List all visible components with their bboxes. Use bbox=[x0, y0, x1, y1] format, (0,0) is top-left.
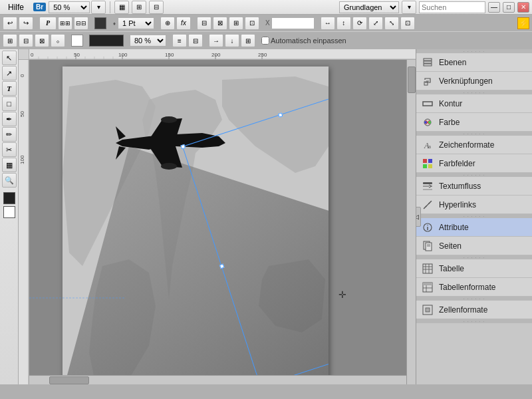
transform3-btn[interactable]: ⟳ bbox=[352, 17, 367, 30]
crosshair-cursor: ✛ bbox=[338, 289, 346, 300]
t2-tool1[interactable]: ⊞ bbox=[241, 34, 255, 47]
t2-sep6 bbox=[258, 35, 259, 47]
zeichenformate-icon: Aa bbox=[422, 139, 434, 151]
tool2-btn[interactable]: ⊞⊞ bbox=[58, 17, 72, 30]
t2-arrow2-btn[interactable]: ↓ bbox=[225, 34, 239, 47]
verknuepfungen-icon bbox=[422, 75, 434, 87]
redo-btn[interactable]: ↪ bbox=[19, 17, 33, 30]
vscroll-thumb[interactable] bbox=[408, 66, 416, 93]
direct-select-tool[interactable]: ↗ bbox=[2, 66, 17, 80]
hscroll-thumb[interactable] bbox=[49, 376, 89, 384]
panel-sep-bottom: · · · · · · bbox=[416, 319, 532, 323]
toolbar2: ⊞ ⊟ ⊠ ⬦ 80 % 100 % ≡ ⊟ → ↓ ⊞ Automatisch… bbox=[0, 32, 532, 49]
undo-btn[interactable]: ↩ bbox=[3, 17, 17, 30]
fill-color-box[interactable] bbox=[71, 35, 83, 47]
panel-item-attribute[interactable]: Attribute bbox=[416, 218, 532, 237]
svg-point-35 bbox=[424, 121, 427, 124]
view-btn3[interactable]: ⊟ bbox=[149, 1, 164, 14]
t2-align1[interactable]: ≡ bbox=[172, 34, 187, 47]
workspace-dropdown[interactable]: ▾ bbox=[402, 1, 416, 14]
panel-item-zellenformate[interactable]: Zellenformate bbox=[416, 301, 532, 319]
tool3-btn[interactable]: ⊟⊟ bbox=[74, 17, 88, 30]
svg-text:50: 50 bbox=[19, 111, 25, 117]
sep1 bbox=[110, 1, 110, 13]
menu-bar: Hilfe Br 50 % 75 % 100 % ▾ ▦ ⊞ ⊟ Grundla… bbox=[0, 0, 532, 15]
auto-fit-checkbox[interactable] bbox=[261, 37, 269, 45]
stroke-color-box[interactable] bbox=[89, 35, 124, 47]
t2-btn3[interactable]: ⊠ bbox=[35, 34, 49, 47]
panel-item-ebenen[interactable]: Ebenen bbox=[416, 53, 532, 72]
align1-btn[interactable]: ⊟ bbox=[197, 17, 211, 30]
ruler-top: 0 50 100 150 200 250 bbox=[29, 49, 416, 60]
scale-btn[interactable]: ⊕ bbox=[160, 17, 175, 30]
zoom-select[interactable]: 50 % 75 % 100 % bbox=[49, 1, 90, 13]
menu-hilfe[interactable]: Hilfe bbox=[3, 1, 29, 13]
lightning-btn[interactable]: ⚡ bbox=[517, 17, 529, 29]
panel-item-seiten[interactable]: Seiten bbox=[416, 237, 532, 255]
zoom-control[interactable]: 50 % 75 % 100 % ▾ bbox=[49, 1, 106, 14]
align3-btn[interactable]: ⊞ bbox=[229, 17, 243, 30]
stroke-width-select[interactable]: 1 Pt bbox=[118, 17, 154, 29]
panel-item-tabelle[interactable]: Tabelle bbox=[416, 259, 532, 278]
hyperlinks-icon bbox=[422, 199, 434, 211]
stroke-label: ⬧ bbox=[112, 19, 116, 27]
zoom-dropdown-btn[interactable]: ▾ bbox=[91, 1, 106, 14]
zoom-tool[interactable]: 🔍 bbox=[2, 173, 17, 188]
transform6-btn[interactable]: ⊡ bbox=[400, 17, 415, 30]
canvas-scrollbar-h[interactable] bbox=[29, 375, 406, 384]
canvas-area[interactable]: 0 50 100 150 200 250 bbox=[19, 49, 416, 384]
transform4-btn[interactable]: ⤢ bbox=[368, 17, 383, 30]
canvas-scrollbar-v[interactable] bbox=[406, 60, 416, 384]
panel-label-tabellenformate: Tabellenformate bbox=[439, 283, 495, 292]
panel-item-hyperlinks[interactable]: Hyperlinks bbox=[416, 196, 532, 214]
maximize-btn[interactable]: □ bbox=[503, 2, 515, 13]
transform5-btn[interactable]: ⤡ bbox=[384, 17, 399, 30]
seiten-icon bbox=[422, 240, 434, 252]
select-tool[interactable]: ↖ bbox=[2, 51, 17, 65]
canvas-content[interactable]: ✛ bbox=[29, 60, 416, 384]
fx-btn[interactable]: fx bbox=[176, 17, 191, 30]
panel-item-tabellenformate[interactable]: Tabellenformate bbox=[416, 278, 532, 297]
svg-text:200: 200 bbox=[211, 52, 221, 58]
transform1-btn[interactable]: ↔ bbox=[321, 17, 335, 30]
gradient-tool[interactable]: ▦ bbox=[2, 158, 17, 172]
panel-label-seiten: Seiten bbox=[439, 241, 462, 251]
minimize-btn[interactable]: — bbox=[488, 2, 500, 13]
pencil-tool[interactable]: ✏ bbox=[2, 127, 17, 142]
panel-item-verknuepfungen[interactable]: Verknüpfungen bbox=[416, 72, 532, 90]
t2-arrow-btn[interactable]: → bbox=[209, 34, 223, 47]
text-tool[interactable]: T bbox=[2, 81, 17, 96]
align4-btn[interactable]: ⊡ bbox=[245, 17, 259, 30]
sep-t7 bbox=[317, 17, 318, 29]
view-btn1[interactable]: ▦ bbox=[114, 1, 129, 14]
transform2-btn[interactable]: ↕ bbox=[336, 17, 351, 30]
pen-tool[interactable]: ✒ bbox=[2, 112, 17, 126]
align2-btn[interactable]: ⊠ bbox=[213, 17, 227, 30]
panel-item-farbfelder[interactable]: Farbfelder bbox=[416, 154, 532, 173]
svg-rect-58 bbox=[423, 283, 432, 285]
panel-item-kontur[interactable]: Kontur bbox=[416, 94, 532, 113]
tool-fill-color[interactable] bbox=[3, 192, 15, 204]
t2-btn2[interactable]: ⊟ bbox=[19, 34, 33, 47]
pen-tool-btn[interactable]: P bbox=[39, 17, 57, 30]
x-input[interactable]: 4,233 mm bbox=[271, 17, 315, 29]
close-btn[interactable]: ✕ bbox=[517, 2, 529, 13]
panel-collapse-btn[interactable]: ◁ bbox=[416, 207, 421, 227]
view-btn2[interactable]: ⊞ bbox=[132, 1, 146, 14]
panel-item-textumfluss[interactable]: Textumfluss bbox=[416, 177, 532, 196]
svg-text:100: 100 bbox=[118, 52, 128, 58]
panel-item-zeichenformate[interactable]: AaZeichenformate bbox=[416, 136, 532, 154]
t2-btn4[interactable]: ⬦ bbox=[51, 34, 65, 47]
t2-align2[interactable]: ⊟ bbox=[188, 34, 203, 47]
scissors-tool[interactable]: ✂ bbox=[2, 142, 17, 157]
workspace-select[interactable]: Grundlagen bbox=[339, 1, 399, 13]
auto-fit-label[interactable]: Automatisch einpassen bbox=[261, 37, 346, 45]
view-zoom-select[interactable]: 80 % 100 % bbox=[130, 35, 166, 47]
tool-stroke-color[interactable] bbox=[3, 206, 15, 218]
t2-btn1[interactable]: ⊞ bbox=[3, 34, 17, 47]
color-box[interactable] bbox=[94, 17, 106, 29]
panel-item-farbe[interactable]: Farbe bbox=[416, 113, 532, 132]
shape-tool[interactable]: □ bbox=[2, 96, 17, 111]
search-input[interactable] bbox=[419, 1, 485, 13]
toolbar1: ↩ ↪ P ⊞⊞ ⊟⊟ ⬧ 1 Pt ⊕ fx ⊟ ⊠ ⊞ ⊡ X 4,233 … bbox=[0, 15, 532, 32]
